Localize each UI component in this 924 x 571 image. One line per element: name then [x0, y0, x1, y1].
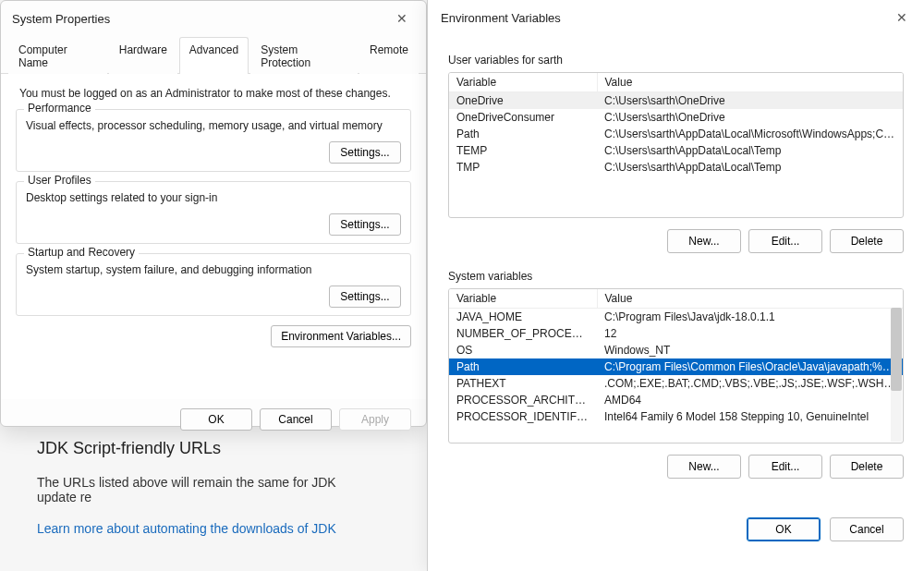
tab-hardware[interactable]: Hardware — [109, 37, 177, 74]
table-row[interactable]: TMPC:\Users\sarth\AppData\Local\Temp — [449, 159, 903, 176]
scrollbar-thumb[interactable] — [891, 308, 902, 391]
system-edit-button[interactable]: Edit... — [748, 455, 822, 479]
table-row[interactable]: PROCESSOR_ARCHITECTU...AMD64 — [449, 392, 903, 408]
var-name: PROCESSOR_ARCHITECTU... — [449, 392, 597, 408]
tab-remote[interactable]: Remote — [359, 37, 419, 74]
sysprops-dialog-buttons: OK Cancel Apply — [1, 399, 426, 440]
settings-startup-button[interactable]: Settings... — [329, 286, 401, 308]
system-new-button[interactable]: New... — [667, 455, 741, 479]
var-value: 12 — [597, 325, 903, 342]
group-performance: Performance Visual effects, processor sc… — [16, 109, 411, 172]
environment-variables-button[interactable]: Environment Variables... — [271, 325, 411, 347]
settings-user-profiles-button[interactable]: Settings... — [329, 213, 401, 236]
ok-button[interactable]: OK — [180, 408, 252, 431]
var-name: Path — [449, 358, 597, 375]
col-variable[interactable]: Variable — [449, 73, 597, 92]
table-row[interactable]: PATHEXT.COM;.EXE;.BAT;.CMD;.VBS;.VBE;.JS… — [449, 375, 903, 392]
legend-startup: Startup and Recovery — [24, 246, 139, 259]
table-row[interactable]: PathC:\Users\sarth\AppData\Local\Microso… — [449, 126, 903, 142]
user-vars-table[interactable]: Variable Value OneDriveC:\Users\sarth\On… — [449, 73, 903, 176]
envwin-dialog-buttons: OK Cancel — [428, 504, 924, 556]
tab-body-advanced: You must be logged on as an Administrato… — [1, 74, 426, 399]
table-row[interactable]: PathC:\Program Files\Common Files\Oracle… — [449, 358, 903, 375]
sysprops-title: System Properties — [12, 12, 110, 26]
user-vars-buttons: New... Edit... Delete — [448, 229, 904, 253]
close-icon[interactable]: ✕ — [889, 7, 915, 28]
table-row[interactable]: PROCESSOR_IDENTIFIERIntel64 Family 6 Mod… — [449, 408, 903, 425]
background-page: JDK Script-friendly URLs The URLs listed… — [0, 420, 407, 554]
tab-advanced[interactable]: Advanced — [179, 37, 249, 74]
cancel-button[interactable]: Cancel — [830, 517, 904, 541]
table-row[interactable]: OSWindows_NT — [449, 342, 903, 358]
var-name: OneDrive — [449, 92, 597, 110]
var-name: PATHEXT — [449, 375, 597, 392]
tab-system-protection[interactable]: System Protection — [250, 37, 358, 74]
group-user-profiles: User Profiles Desktop settings related t… — [16, 181, 411, 244]
system-vars-label: System variables — [448, 270, 904, 283]
var-value: C:\Program Files\Java\jdk-18.0.1.1 — [597, 309, 903, 326]
user-vars-label: User variables for sarth — [448, 54, 904, 67]
group-startup-recovery: Startup and Recovery System startup, sys… — [16, 253, 411, 316]
system-vars-table[interactable]: Variable Value JAVA_HOMEC:\Program Files… — [449, 289, 903, 425]
bg-paragraph: The URLs listed above will remain the sa… — [37, 475, 370, 504]
settings-performance-button[interactable]: Settings... — [329, 141, 401, 164]
bg-heading: JDK Script-friendly URLs — [37, 439, 370, 458]
var-name: JAVA_HOME — [449, 309, 597, 326]
var-value: C:\Users\sarth\OneDrive — [597, 92, 903, 110]
var-value: C:\Program Files\Common Files\Oracle\Jav… — [597, 358, 903, 375]
var-value: C:\Users\sarth\AppData\Local\Temp — [597, 159, 903, 176]
bg-link[interactable]: Learn more about automating the download… — [37, 521, 336, 536]
var-name: OS — [449, 342, 597, 358]
var-name: Path — [449, 126, 597, 142]
table-row[interactable]: OneDriveConsumerC:\Users\sarth\OneDrive — [449, 109, 903, 126]
var-value: C:\Users\sarth\AppData\Local\Microsoft\W… — [597, 126, 903, 142]
user-edit-button[interactable]: Edit... — [748, 229, 822, 253]
sysprops-tabs: Computer Name Hardware Advanced System P… — [1, 36, 426, 74]
tab-computer-name[interactable]: Computer Name — [8, 37, 107, 74]
user-vars-table-container: Variable Value OneDriveC:\Users\sarth\On… — [448, 72, 904, 218]
var-name: PROCESSOR_IDENTIFIER — [449, 408, 597, 425]
legend-user-profiles: User Profiles — [24, 174, 95, 187]
legend-performance: Performance — [24, 102, 95, 115]
desc-user-profiles: Desktop settings related to your sign-in — [26, 191, 401, 204]
var-value: AMD64 — [597, 392, 903, 408]
var-name: TMP — [449, 159, 597, 176]
envwin-titlebar: Environment Variables ✕ — [428, 0, 924, 35]
system-properties-dialog: System Properties ✕ Computer Name Hardwa… — [0, 0, 427, 427]
envwin-body: User variables for sarth Variable Value … — [428, 35, 924, 504]
cancel-button[interactable]: Cancel — [260, 408, 332, 431]
var-value: Intel64 Family 6 Model 158 Stepping 10, … — [597, 408, 903, 425]
col-value[interactable]: Value — [597, 73, 903, 92]
close-icon[interactable]: ✕ — [389, 8, 415, 29]
system-vars-table-container: Variable Value JAVA_HOMEC:\Program Files… — [448, 288, 904, 443]
desc-startup: System startup, system failure, and debu… — [26, 263, 401, 276]
col-variable[interactable]: Variable — [449, 289, 597, 309]
var-value: Windows_NT — [597, 342, 903, 358]
desc-performance: Visual effects, processor scheduling, me… — [26, 119, 401, 132]
user-new-button[interactable]: New... — [667, 229, 741, 253]
system-vars-buttons: New... Edit... Delete — [448, 455, 904, 479]
envwin-title: Environment Variables — [441, 11, 561, 25]
sysprops-titlebar: System Properties ✕ — [1, 1, 426, 36]
table-row[interactable]: OneDriveC:\Users\sarth\OneDrive — [449, 92, 903, 110]
var-name: NUMBER_OF_PROCESSORS — [449, 325, 597, 342]
var-name: OneDriveConsumer — [449, 109, 597, 126]
system-delete-button[interactable]: Delete — [830, 455, 904, 479]
table-row[interactable]: TEMPC:\Users\sarth\AppData\Local\Temp — [449, 142, 903, 159]
var-value: .COM;.EXE;.BAT;.CMD;.VBS;.VBE;.JS;.JSE;.… — [597, 375, 903, 392]
environment-variables-dialog: Environment Variables ✕ User variables f… — [427, 0, 924, 571]
apply-button[interactable]: Apply — [339, 408, 411, 431]
user-delete-button[interactable]: Delete — [830, 229, 904, 253]
var-name: TEMP — [449, 142, 597, 159]
admin-note: You must be logged on as an Administrato… — [19, 87, 411, 100]
var-value: C:\Users\sarth\AppData\Local\Temp — [597, 142, 903, 159]
col-value[interactable]: Value — [597, 289, 903, 309]
table-row[interactable]: JAVA_HOMEC:\Program Files\Java\jdk-18.0.… — [449, 309, 903, 326]
table-row[interactable]: NUMBER_OF_PROCESSORS12 — [449, 325, 903, 342]
ok-button[interactable]: OK — [747, 517, 821, 541]
var-value: C:\Users\sarth\OneDrive — [597, 109, 903, 126]
